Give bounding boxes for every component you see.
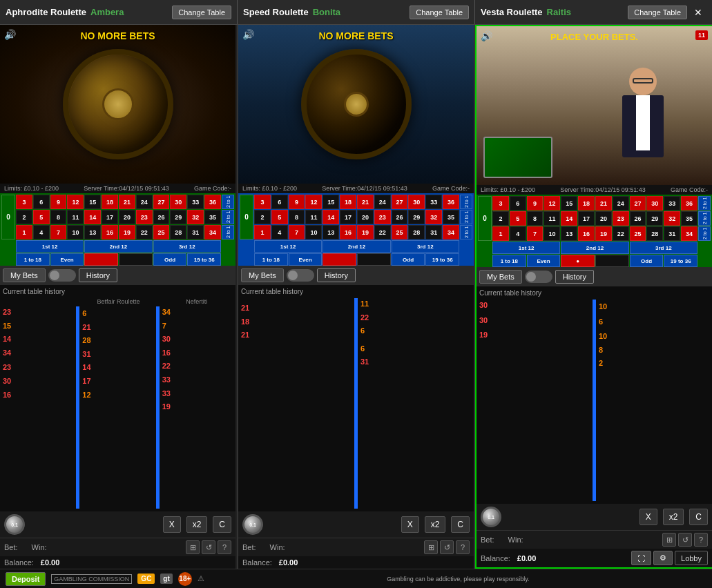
m-cell-10[interactable]: 10: [305, 225, 322, 239]
r-cell-24[interactable]: 24: [613, 196, 629, 210]
left-cell-14[interactable]: 14: [84, 210, 101, 224]
right-black-bet[interactable]: [595, 255, 629, 267]
r-cell-5[interactable]: 5: [510, 211, 526, 226]
right-clear-button[interactable]: X: [639, 509, 657, 525]
m-cell-33[interactable]: 33: [425, 195, 442, 209]
middle-dozen-2[interactable]: 2nd 12: [323, 240, 390, 253]
left-cell-13[interactable]: 13: [84, 225, 101, 239]
middle-dozen-1[interactable]: 1st 12: [254, 240, 322, 253]
r-cell-19[interactable]: 19: [595, 226, 612, 241]
m-cell-32[interactable]: 32: [425, 210, 442, 224]
left-change-table-button[interactable]: Change Table: [172, 6, 231, 19]
r-cell-6[interactable]: 6: [510, 196, 526, 210]
m-cell-34[interactable]: 34: [443, 225, 459, 239]
right-undo-button[interactable]: C: [689, 509, 708, 525]
left-dozen-3[interactable]: 3rd 12: [153, 240, 221, 253]
left-cell-11[interactable]: 11: [67, 210, 84, 224]
m-cell-20[interactable]: 20: [357, 210, 374, 224]
left-cell-8[interactable]: 8: [50, 210, 67, 224]
m-cell-16[interactable]: 16: [340, 225, 356, 239]
r-cell-8[interactable]: 8: [527, 211, 543, 226]
middle-dozen-3[interactable]: 3rd 12: [392, 240, 459, 253]
m-cell-14[interactable]: 14: [323, 210, 339, 224]
m-cell-30[interactable]: 30: [408, 195, 425, 209]
left-chip[interactable]: 0.1: [4, 514, 25, 535]
m-cell-6[interactable]: 6: [271, 195, 288, 209]
r-cell-20[interactable]: 20: [595, 211, 612, 226]
m-cell-17[interactable]: 17: [340, 210, 356, 224]
left-cell-35[interactable]: 35: [204, 210, 221, 224]
left-cell-15[interactable]: 15: [84, 195, 101, 209]
right-gear-button[interactable]: ⚙: [653, 551, 673, 565]
deposit-button[interactable]: Deposit: [6, 572, 46, 586]
left-side-bet-2[interactable]: 2 to 1: [222, 210, 234, 224]
left-my-bets-button[interactable]: My Bets: [3, 268, 46, 282]
middle-red-bet[interactable]: [323, 253, 356, 266]
middle-expand-icon[interactable]: ⊞: [424, 540, 438, 554]
r-cell-27[interactable]: 27: [630, 196, 646, 210]
left-cell-9[interactable]: 9: [50, 195, 67, 209]
m-cell-3[interactable]: 3: [254, 195, 271, 209]
m-cell-11[interactable]: 11: [305, 210, 322, 224]
right-chip[interactable]: 0.1: [481, 507, 501, 527]
left-red-bet[interactable]: [84, 253, 118, 266]
middle-double-button[interactable]: x2: [425, 516, 446, 533]
right-red-bet[interactable]: ●: [561, 255, 595, 267]
left-dozen-1[interactable]: 1st 12: [16, 240, 84, 253]
m-cell-31[interactable]: 31: [425, 225, 442, 239]
lobby-button[interactable]: Lobby: [675, 551, 708, 565]
r-cell-4[interactable]: 4: [510, 226, 526, 241]
middle-my-bets-button[interactable]: My Bets: [241, 268, 284, 282]
left-cell-36[interactable]: 36: [204, 195, 221, 209]
r-cell-9[interactable]: 9: [527, 196, 543, 210]
r-cell-3[interactable]: 3: [492, 196, 509, 210]
left-expand-icon[interactable]: ⊞: [186, 540, 200, 554]
right-toggle[interactable]: [525, 271, 552, 283]
r-cell-23[interactable]: 23: [613, 211, 629, 226]
left-cell-4[interactable]: 4: [33, 225, 50, 239]
left-cell-17[interactable]: 17: [102, 210, 118, 224]
m-cell-5[interactable]: 5: [271, 210, 288, 224]
right-dozen-2[interactable]: 2nd 12: [561, 242, 628, 254]
right-my-bets-button[interactable]: My Bets: [479, 270, 522, 284]
left-dozen-2[interactable]: 2nd 12: [84, 240, 152, 253]
middle-chip[interactable]: 0.1: [242, 514, 263, 535]
left-black-bet[interactable]: [119, 253, 153, 266]
middle-help-icon[interactable]: ?: [456, 540, 470, 554]
middle-zero-cell[interactable]: 0: [240, 195, 253, 239]
left-settings-icon[interactable]: ↺: [202, 540, 215, 554]
r-cell-11[interactable]: 11: [543, 211, 560, 226]
middle-change-table-button[interactable]: Change Table: [410, 6, 469, 19]
r-cell-36[interactable]: 36: [681, 196, 697, 210]
left-cell-26[interactable]: 26: [153, 210, 170, 224]
m-cell-35[interactable]: 35: [443, 210, 459, 224]
middle-black-bet[interactable]: [357, 253, 391, 266]
close-button[interactable]: ✕: [690, 6, 706, 19]
left-cell-33[interactable]: 33: [187, 195, 204, 209]
right-19to36[interactable]: 19 to 36: [664, 255, 697, 267]
left-cell-7[interactable]: 7: [50, 225, 67, 239]
right-fullscreen-button[interactable]: ⛶: [631, 551, 651, 565]
left-19to36[interactable]: 19 to 36: [187, 253, 221, 266]
left-cell-32[interactable]: 32: [187, 210, 204, 224]
left-cell-34[interactable]: 34: [204, 225, 221, 239]
left-help-icon[interactable]: ?: [218, 540, 231, 554]
r-cell-7[interactable]: 7: [527, 226, 543, 241]
m-cell-36[interactable]: 36: [443, 195, 459, 209]
right-odd[interactable]: Odd: [630, 255, 664, 267]
r-cell-17[interactable]: 17: [578, 211, 595, 226]
m-cell-1[interactable]: 1: [254, 225, 271, 239]
middle-toggle[interactable]: [287, 269, 314, 282]
left-even[interactable]: Even: [50, 253, 84, 266]
left-side-bet-1[interactable]: 2 to 1: [222, 195, 234, 209]
left-cell-25[interactable]: 25: [153, 225, 170, 239]
r-cell-31[interactable]: 31: [664, 226, 680, 241]
left-cell-20[interactable]: 20: [119, 210, 135, 224]
r-cell-12[interactable]: 12: [543, 196, 560, 210]
m-cell-24[interactable]: 24: [374, 195, 391, 209]
left-toggle[interactable]: [48, 269, 76, 282]
middle-side-bet-1[interactable]: 2 to 1: [460, 195, 472, 209]
left-cell-2[interactable]: 2: [16, 210, 32, 224]
m-cell-28[interactable]: 28: [408, 225, 425, 239]
left-cell-30[interactable]: 30: [170, 195, 186, 209]
